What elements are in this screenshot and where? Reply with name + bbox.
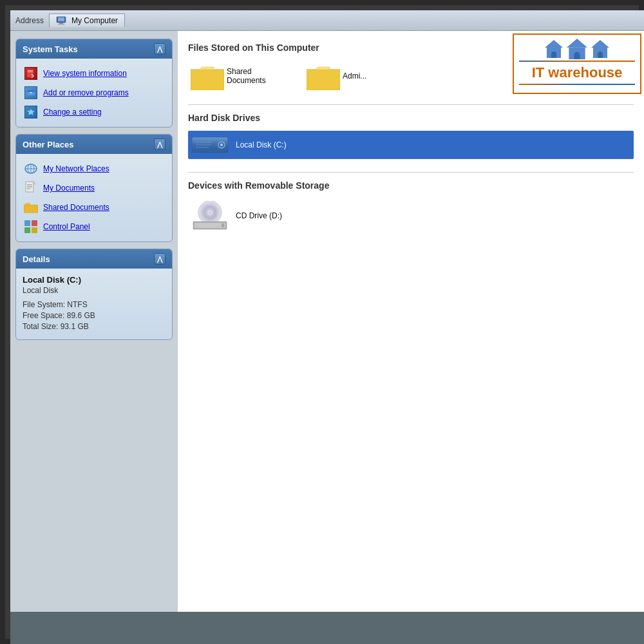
sidebar: System Tasks ⋀ <box>10 31 178 644</box>
change-setting-label[interactable]: Change a setting <box>43 108 102 117</box>
hard-disk-title: Hard Disk Drives <box>188 113 634 123</box>
cd-icon-svg <box>191 201 229 231</box>
shared-folder-icon <box>24 200 38 214</box>
local-disk-c-label: Local Disk (C:) <box>236 140 287 149</box>
main-content: IT warehouse Files Stored on This Comput… <box>178 31 644 644</box>
view-icon-graphic <box>24 67 37 80</box>
svg-rect-5 <box>28 70 33 71</box>
view-system-info-label[interactable]: View system information <box>43 69 127 78</box>
other-places-content: My Network Places <box>16 154 172 242</box>
hdd-icon-wrapper <box>191 133 229 156</box>
other-places-title: Other Places <box>23 140 74 149</box>
admin-folder-icon <box>307 63 337 89</box>
change-setting-icon <box>24 105 38 119</box>
svg-rect-27 <box>32 227 37 233</box>
details-content: Local Disk (C:) Local Disk File System: … <box>16 269 172 339</box>
system-tasks-content: View system information <box>16 59 172 127</box>
house-2 <box>567 39 587 59</box>
branding-overlay: IT warehouse <box>513 33 641 94</box>
other-places-header: Other Places ⋀ <box>16 135 172 154</box>
house-1 <box>545 40 563 58</box>
network-icon <box>24 162 38 176</box>
documents-icon <box>24 181 38 195</box>
house-1-roof <box>545 40 563 48</box>
branding-title: IT warehouse <box>519 64 635 81</box>
view-system-info-item[interactable]: View system information <box>19 64 169 83</box>
house-2-body <box>569 48 585 59</box>
local-disk-c-item[interactable]: Local Disk (C:) <box>188 131 634 159</box>
hard-disk-section: Hard Disk Drives <box>188 113 634 159</box>
address-tab[interactable]: My Computer <box>49 14 125 27</box>
svg-marker-30 <box>191 67 214 70</box>
change-icon-graphic <box>24 106 37 118</box>
devices-title: Devices with Removable Storage <box>188 180 634 191</box>
system-tasks-panel: System Tasks ⋀ <box>15 39 173 128</box>
my-network-places-label[interactable]: My Network Places <box>43 164 109 173</box>
details-file-system: File System: NTFS <box>23 300 166 309</box>
cd-drive-d-item[interactable]: CD Drive (D:) <box>188 198 634 233</box>
details-header: Details ⋀ <box>16 249 172 269</box>
address-tab-label: My Computer <box>71 16 118 25</box>
my-network-places-item[interactable]: My Network Places <box>19 159 169 178</box>
house-2-roof <box>567 39 587 48</box>
change-setting-item[interactable]: Change a setting <box>19 102 169 122</box>
system-tasks-title: System Tasks <box>23 44 78 54</box>
cd-drive-d-label: CD Drive (D:) <box>236 211 282 220</box>
details-collapse-btn[interactable]: ⋀ <box>154 253 166 265</box>
svg-rect-29 <box>191 70 224 90</box>
address-bar: Address My Computer <box>10 10 644 31</box>
shared-documents-sidebar-label[interactable]: Shared Documents <box>43 203 109 212</box>
system-tasks-collapse-btn[interactable]: ⋀ <box>154 43 166 55</box>
add-remove-label[interactable]: Add or remove programs <box>43 88 129 97</box>
add-remove-programs-item[interactable]: Add or remove programs <box>19 83 169 102</box>
shared-documents-main-label: Shared Documents <box>227 67 291 85</box>
svg-marker-33 <box>307 67 330 70</box>
shared-documents-item[interactable]: Shared Documents <box>19 198 169 217</box>
devices-section: Devices with Removable Storage <box>188 180 634 233</box>
hdd-icon-svg <box>191 133 229 156</box>
address-label: Address <box>15 16 44 25</box>
house-3-body <box>593 48 607 58</box>
svg-rect-2 <box>59 23 63 24</box>
details-free-space: Free Space: 89.6 GB <box>23 311 166 320</box>
svg-rect-24 <box>24 220 30 226</box>
svg-rect-47 <box>194 223 225 228</box>
system-tasks-header: System Tasks ⋀ <box>16 39 172 59</box>
bottom-bar <box>10 612 644 644</box>
svg-rect-22 <box>24 205 38 213</box>
branding-line-bottom <box>519 84 635 85</box>
svg-rect-6 <box>28 71 33 72</box>
computer-icon <box>56 16 68 25</box>
admin-folder[interactable]: Admi... <box>304 61 369 91</box>
svg-rect-10 <box>27 90 35 92</box>
svg-rect-1 <box>58 17 64 21</box>
svg-rect-25 <box>32 220 37 226</box>
house-1-body <box>547 48 561 58</box>
view-system-info-icon <box>24 66 38 80</box>
monitor-frame: Address My Computer System Tasks <box>0 0 644 644</box>
house-3-roof <box>591 40 609 48</box>
section-divider-1 <box>188 104 634 105</box>
control-panel-icon <box>24 220 38 234</box>
section-divider-2 <box>188 172 634 173</box>
details-total-size: Total Size: 93.1 GB <box>23 322 166 331</box>
other-places-panel: Other Places ⋀ <box>15 134 173 242</box>
svg-marker-21 <box>24 203 31 205</box>
svg-rect-3 <box>58 24 64 25</box>
screen: Address My Computer System Tasks <box>10 10 644 644</box>
house-3 <box>591 40 609 58</box>
shared-documents-folder-icon <box>191 63 222 89</box>
control-panel-label[interactable]: Control Panel <box>43 222 90 231</box>
details-panel: Details ⋀ Local Disk (C:) Local Disk Fil… <box>15 249 173 340</box>
window-content: System Tasks ⋀ <box>10 31 644 644</box>
my-documents-item[interactable]: My Documents <box>19 178 169 198</box>
house-3-door <box>598 52 603 58</box>
control-panel-item[interactable]: Control Panel <box>19 217 169 236</box>
svg-rect-26 <box>24 227 30 233</box>
svg-point-44 <box>209 211 211 214</box>
my-documents-label[interactable]: My Documents <box>43 184 95 193</box>
add-remove-icon <box>24 86 38 100</box>
other-places-collapse-btn[interactable]: ⋀ <box>154 138 166 150</box>
branding-line-top <box>519 61 635 62</box>
shared-documents-folder[interactable]: Shared Documents <box>188 61 294 91</box>
